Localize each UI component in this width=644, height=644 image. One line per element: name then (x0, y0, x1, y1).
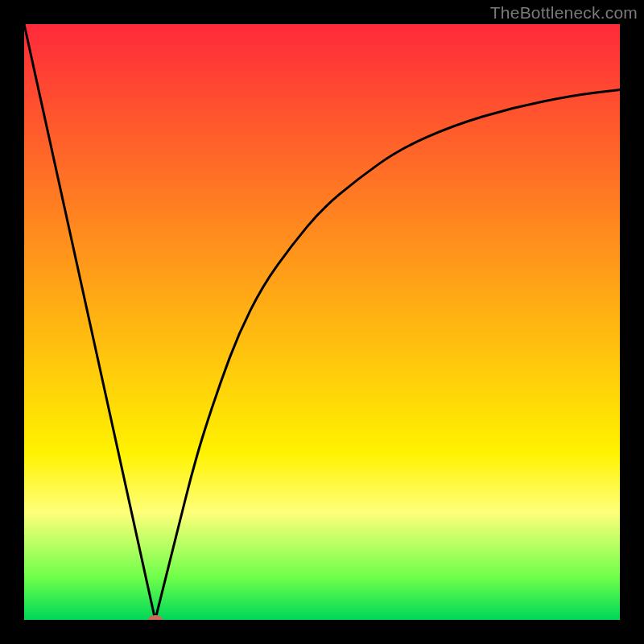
curve-path (24, 24, 620, 620)
bottleneck-curve (24, 24, 620, 620)
plot-area (24, 24, 620, 620)
watermark-text: TheBottleneck.com (490, 3, 638, 23)
optimum-marker (148, 615, 163, 620)
chart-frame: TheBottleneck.com (0, 0, 644, 644)
